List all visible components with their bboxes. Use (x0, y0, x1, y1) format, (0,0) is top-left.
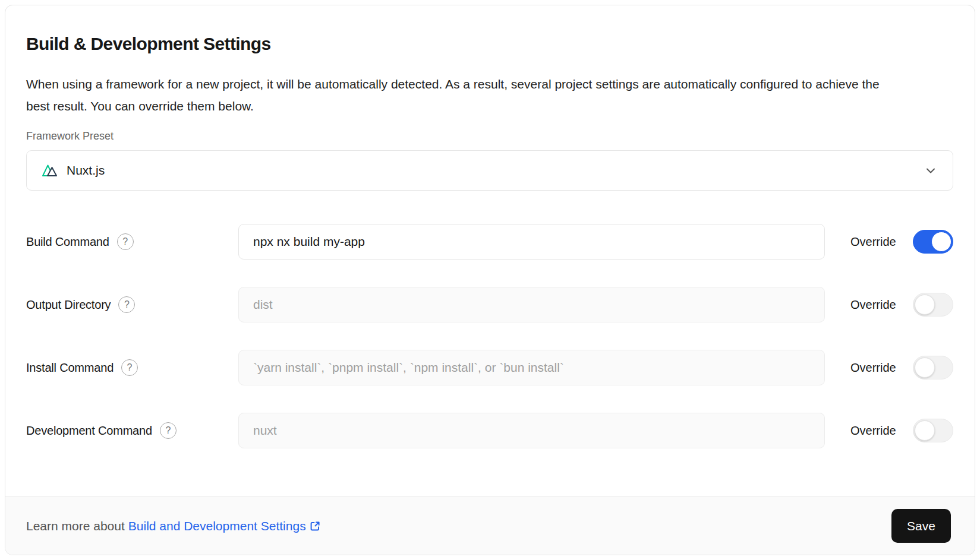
install-command-row: Install Command ? Override (26, 350, 953, 385)
toggle-knob (931, 232, 951, 252)
card-content: Build & Development Settings When using … (5, 5, 975, 496)
help-circle-icon[interactable]: ? (160, 422, 177, 439)
override-label: Override (850, 235, 900, 249)
development-command-override-toggle[interactable] (913, 419, 953, 442)
help-circle-icon[interactable]: ? (118, 296, 135, 313)
override-label: Override (850, 361, 900, 375)
nuxtjs-logo-icon (41, 162, 59, 179)
framework-preset-label: Framework Preset (26, 129, 953, 143)
output-directory-row: Output Directory ? Override (26, 287, 953, 322)
build-command-row: Build Command ? Override (26, 224, 953, 260)
framework-preset-select[interactable]: Nuxt.js (26, 150, 953, 191)
external-link-icon (308, 520, 322, 533)
learn-more-text: Learn more about Build and Development S… (26, 519, 322, 533)
settings-description: When using a framework for a new project… (26, 73, 894, 117)
build-settings-card: Build & Development Settings When using … (5, 5, 975, 555)
card-footer: Learn more about Build and Development S… (5, 496, 975, 555)
output-directory-override-toggle[interactable] (913, 293, 953, 317)
help-circle-icon[interactable]: ? (121, 359, 138, 376)
build-command-label-group: Build Command ? (26, 233, 238, 250)
chevron-down-icon (923, 163, 938, 178)
build-settings-docs-link[interactable]: Build and Development Settings (128, 519, 322, 533)
output-directory-label: Output Directory (26, 298, 111, 312)
build-command-label: Build Command (26, 235, 109, 249)
output-directory-input[interactable] (238, 287, 825, 322)
install-command-input[interactable] (238, 350, 825, 385)
learn-more-link-label: Build and Development Settings (128, 519, 306, 533)
learn-more-prefix: Learn more about (26, 519, 125, 533)
development-command-row: Development Command ? Override (26, 413, 953, 448)
toggle-knob (915, 420, 935, 441)
override-label: Override (850, 424, 900, 438)
help-circle-icon[interactable]: ? (117, 233, 134, 250)
override-label: Override (850, 298, 900, 312)
framework-selected-value: Nuxt.js (67, 163, 105, 178)
install-command-label: Install Command (26, 361, 114, 375)
development-command-label-group: Development Command ? (26, 422, 238, 439)
development-command-label: Development Command (26, 424, 152, 438)
install-command-override-toggle[interactable] (913, 356, 953, 379)
install-command-label-group: Install Command ? (26, 359, 238, 376)
output-directory-label-group: Output Directory ? (26, 296, 238, 313)
build-command-override-toggle[interactable] (913, 230, 953, 254)
page-title: Build & Development Settings (26, 33, 953, 55)
toggle-knob (915, 295, 935, 315)
build-command-input[interactable] (238, 224, 825, 260)
development-command-input[interactable] (238, 413, 825, 448)
toggle-knob (915, 357, 935, 378)
save-button[interactable]: Save (891, 509, 951, 543)
